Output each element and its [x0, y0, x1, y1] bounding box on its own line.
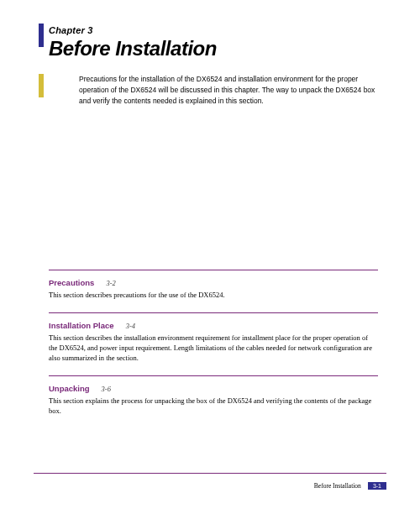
section-unpacking: Unpacking 3-6 This section explains the …: [49, 375, 378, 417]
section-precautions: Precautions 3-2 This section describes p…: [49, 270, 378, 301]
section-divider: [49, 312, 378, 313]
section-desc: This section describes precautions for t…: [49, 291, 378, 301]
section-divider: [49, 270, 378, 270]
side-bar-blue: [39, 24, 44, 47]
chapter-label: Chapter 3: [49, 25, 420, 35]
chapter-title: Before Installation: [49, 37, 420, 60]
footer: Before Installation 3-1: [34, 473, 386, 492]
footer-page-number: 3-1: [368, 482, 386, 490]
section-page: 3-6: [102, 385, 111, 393]
section-title: Precautions: [49, 278, 94, 287]
section-desc: This section describes the installation …: [49, 333, 378, 364]
header-area: Chapter 3 Before Installation Precaution…: [0, 0, 420, 106]
section-divider: [49, 375, 378, 376]
section-page: 3-2: [106, 279, 115, 287]
section-page: 3-4: [126, 322, 135, 330]
sections-list: Precautions 3-2 This section describes p…: [49, 270, 378, 416]
intro-text: Precautions for the installation of the …: [79, 74, 378, 106]
section-title: Installation Place: [49, 321, 114, 330]
section-title: Unpacking: [49, 384, 90, 393]
footer-line: [34, 473, 386, 474]
section-installation-place: Installation Place 3-4 This section desc…: [49, 312, 378, 364]
section-desc: This section explains the process for un…: [49, 396, 378, 417]
footer-text: Before Installation: [314, 482, 361, 490]
side-bar-yellow: [39, 74, 44, 97]
